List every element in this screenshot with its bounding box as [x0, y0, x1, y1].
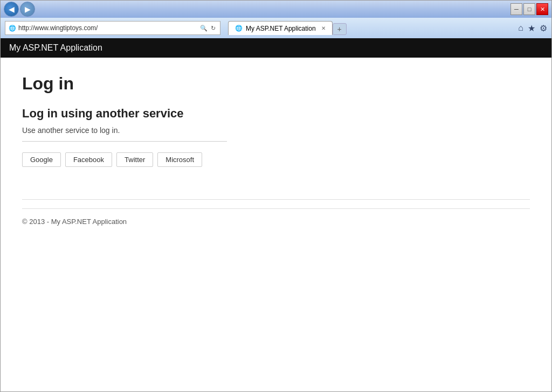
close-button[interactable]: ✕ [536, 3, 548, 15]
address-controls: 🔍 ↻ [199, 25, 217, 32]
minimize-button[interactable]: ─ [510, 3, 522, 15]
tabs-area: 🌐 My ASP.NET Application ✕ + [228, 21, 347, 35]
new-tab-button[interactable]: + [333, 23, 347, 35]
active-tab[interactable]: 🌐 My ASP.NET Application ✕ [228, 21, 333, 35]
page-heading: Log in [22, 74, 530, 94]
browser-window: ◀ ▶ ─ □ ✕ 🌐 http://www.wingtiptoys.com/ … [0, 0, 552, 392]
social-buttons: Google Facebook Twitter Microsoft [22, 152, 530, 167]
url-text: http://www.wingtiptoys.com/ [18, 24, 199, 32]
browser-toolbar: 🌐 http://www.wingtiptoys.com/ 🔍 ↻ 🌐 My A… [1, 18, 551, 38]
settings-icon[interactable]: ⚙ [540, 23, 547, 33]
nav-controls: ◀ ▶ [4, 2, 35, 17]
address-bar[interactable]: 🌐 http://www.wingtiptoys.com/ 🔍 ↻ [5, 21, 220, 35]
section-divider [22, 141, 227, 142]
facebook-login-button[interactable]: Facebook [65, 152, 112, 167]
window-controls: ─ □ ✕ [510, 3, 548, 15]
title-bar: ◀ ▶ ─ □ ✕ [1, 1, 551, 18]
page-footer: © 2013 - My ASP.NET Application [22, 208, 530, 226]
search-btn[interactable]: 🔍 [199, 25, 209, 32]
page-content: Log in Log in using another service Use … [1, 58, 551, 391]
restore-button[interactable]: □ [523, 3, 535, 15]
twitter-login-button[interactable]: Twitter [116, 152, 153, 167]
tab-close-button[interactable]: ✕ [321, 25, 326, 31]
address-icon: 🌐 [9, 25, 16, 32]
browser-toolbar-icons: ⌂ ★ ⚙ [518, 23, 547, 33]
favorites-icon[interactable]: ★ [528, 23, 535, 33]
microsoft-login-button[interactable]: Microsoft [157, 152, 202, 167]
forward-button[interactable]: ▶ [20, 2, 35, 17]
home-icon[interactable]: ⌂ [518, 23, 523, 33]
google-login-button[interactable]: Google [22, 152, 61, 167]
section-heading: Log in using another service [22, 107, 530, 121]
tab-icon: 🌐 [235, 25, 243, 32]
app-title: My ASP.NET Application [9, 43, 102, 53]
refresh-btn[interactable]: ↻ [210, 25, 217, 32]
section-subtitle: Use another service to log in. [22, 126, 530, 135]
tab-label: My ASP.NET Application [246, 25, 316, 32]
back-button[interactable]: ◀ [4, 2, 19, 17]
app-navbar: My ASP.NET Application [1, 38, 551, 58]
